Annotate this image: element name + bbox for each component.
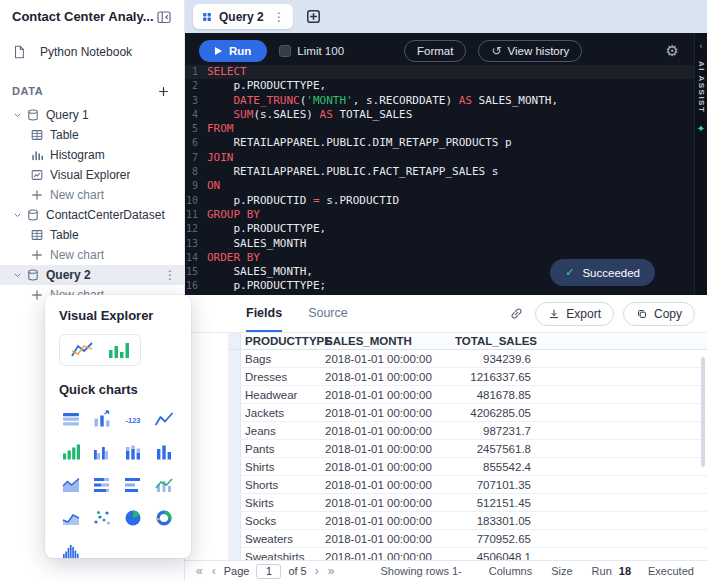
tab-query-2[interactable]: Query 2 ⋮ [193,4,293,29]
line-number: 2 [185,79,207,93]
ai-sparkle-icon[interactable]: ✦ [697,123,705,134]
last-page-icon[interactable]: » [327,564,336,578]
chevron-down-icon[interactable] [12,210,26,221]
export-button[interactable]: Export [535,302,614,326]
tree-item-dataset-new-chart[interactable]: New chart ⋮ [0,245,184,265]
code-line[interactable]: 5FROM [185,122,707,136]
table-row[interactable]: Sweaters 2018-01-01 00:00:00 770952.65 [228,530,707,548]
code-line[interactable]: 10 p.PRODUCTID = s.PRODUCTID [185,194,707,208]
column-chart-icon[interactable] [152,440,176,464]
chart-icon-glyph [123,508,143,528]
gear-icon[interactable]: ⚙ [666,42,679,60]
first-page-icon[interactable]: « [195,564,204,578]
tree-item-dataset-table[interactable]: Table ⋮ [0,225,184,245]
code-line[interactable]: 7JOIN [185,151,707,165]
copy-button[interactable]: Copy [623,302,695,326]
histogram-chart-icon[interactable] [59,440,83,464]
add-data-icon[interactable] [155,83,172,100]
workspace-title: Contact Center Analy... [12,9,154,24]
stacked-bar-chart-icon[interactable] [90,473,114,497]
code-line[interactable]: 13 SALES_MONTH [185,237,707,251]
row-gutter [228,512,241,529]
format-button[interactable]: Format [404,40,466,62]
code-line[interactable]: 8 RETAILAPPAREL.PUBLIC.FACT_RETAPP_SALES… [185,165,707,179]
table-row[interactable]: Shorts 2018-01-01 00:00:00 707101.35 [228,476,707,494]
row-gutter [228,368,241,385]
donut-chart-icon[interactable] [152,506,176,530]
tab-kebab-icon[interactable]: ⋮ [273,10,285,24]
view-history-button[interactable]: ↺ View history [478,40,582,62]
table-row[interactable]: Sweatshirts 2018-01-01 00:00:00 4506048.… [228,548,707,560]
table-row[interactable]: Bags 2018-01-01 00:00:00 934239.6 [228,350,707,368]
stacked-column-chart-icon[interactable] [121,440,145,464]
prev-page-icon[interactable]: ‹ [211,564,217,578]
ranked-bar-chart-icon[interactable] [90,407,114,431]
code-line[interactable]: 11GROUP BY [185,208,707,222]
collapse-sidebar-icon[interactable] [154,7,174,27]
next-page-icon[interactable]: › [314,564,320,578]
table-row[interactable]: Dresses 2018-01-01 00:00:00 1216337.65 [228,368,707,386]
tree-item-query-1[interactable]: Query 1 ⋮ [0,105,184,125]
tab-fields[interactable]: Fields [246,295,282,332]
line-number: 8 [185,165,207,179]
code-line[interactable]: 1SELECT [185,65,707,79]
table-row[interactable]: Jeans 2018-01-01 00:00:00 987231.7 [228,422,707,440]
results-actions: Export Copy [507,302,695,326]
distribution-chart-icon[interactable] [59,539,83,563]
table-row[interactable]: Headwear 2018-01-01 00:00:00 481678.85 [228,386,707,404]
column-header-sales-month[interactable]: SALES_MONTH [325,335,455,347]
code-line[interactable]: 12 p.PRODUCTTYPE, [185,222,707,236]
table-row[interactable]: Skirts 2018-01-01 00:00:00 512151.45 [228,494,707,512]
line-number: 6 [185,136,207,150]
tab-source[interactable]: Source [308,295,348,332]
chart-icon-glyph [123,475,143,495]
tree-item-contactcenterdataset[interactable]: ContactCenterDataset ⋮ [0,205,184,225]
tree-item-query-2[interactable]: Query 2 ⋮ [0,265,184,285]
combo-chart-icon[interactable] [152,473,176,497]
column-header-total-sales[interactable]: TOTAL_SALES [455,335,533,347]
visual-explorer-option[interactable] [59,334,141,366]
area-chart-icon[interactable] [59,473,83,497]
chevron-down-icon[interactable] [12,110,26,121]
line-chart-icon[interactable] [152,407,176,431]
run-button[interactable]: Run [199,40,267,62]
grouped-column-chart-icon[interactable] [90,440,114,464]
expand-ai-assist-icon[interactable]: ‹ [700,41,703,51]
code-line[interactable]: 6 RETAILAPPAREL.PUBLIC.DIM_RETAPP_PRODUC… [185,136,707,150]
bar-chart-icon [106,340,130,360]
line-number: 14 [185,251,207,265]
row-gutter [228,494,241,511]
tree-item-query1-table[interactable]: Table ⋮ [0,125,184,145]
limit-checkbox[interactable] [279,45,291,57]
number-metric-icon[interactable] [121,407,145,431]
tree-item-query1-visual-explorer[interactable]: Visual Explorer ⋮ [0,165,184,185]
limit-100-toggle[interactable]: Limit 100 [279,45,344,57]
kebab-menu-icon[interactable]: ⋮ [164,268,176,282]
tree-item-icon [30,148,44,162]
chevron-down-icon[interactable] [12,270,26,281]
results-scrollbar[interactable] [701,357,705,467]
link-icon[interactable] [507,304,526,323]
tree-item-query1-new-chart[interactable]: New chart ⋮ [0,185,184,205]
code-line[interactable]: 2 p.PRODUCTTYPE, [185,79,707,93]
table-chart-icon[interactable] [59,407,83,431]
code-line[interactable]: 3 DATE_TRUNC('MONTH', s.RECORDDATE) AS S… [185,94,707,108]
sidebar-item-python-notebook[interactable]: Python Notebook [0,39,184,65]
quick-charts-title: Quick charts [59,382,177,397]
column-header-producttype[interactable]: PRODUCTTYPE [241,335,325,347]
code-line[interactable]: 9ON [185,179,707,193]
line-area-chart-icon[interactable] [59,506,83,530]
page-number-input[interactable] [256,564,281,579]
new-query-tab-icon[interactable] [303,6,324,27]
row-gutter [228,333,241,349]
code-line[interactable]: 4 SUM(s.SALES) AS TOTAL_SALES [185,108,707,122]
data-tree: Query 1 ⋮ Table ⋮ Histogram ⋮ [0,105,184,305]
table-row[interactable]: Jackets 2018-01-01 00:00:00 4206285.05 [228,404,707,422]
table-row[interactable]: Shirts 2018-01-01 00:00:00 855542.4 [228,458,707,476]
scatter-chart-icon[interactable] [90,506,114,530]
tree-item-query1-histogram[interactable]: Histogram ⋮ [0,145,184,165]
bar-chart-icon[interactable] [121,473,145,497]
table-row[interactable]: Socks 2018-01-01 00:00:00 183301.05 [228,512,707,530]
table-row[interactable]: Pants 2018-01-01 00:00:00 2457561.8 [228,440,707,458]
pie-chart-icon[interactable] [121,506,145,530]
